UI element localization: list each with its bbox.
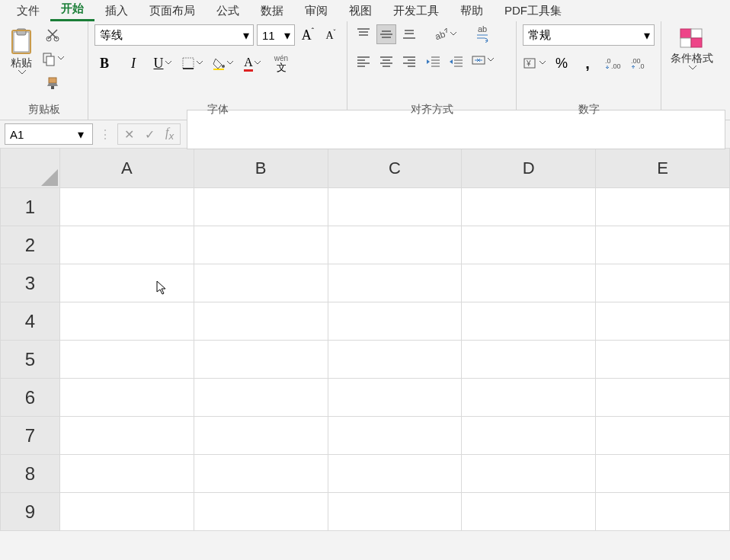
cell[interactable]	[596, 379, 730, 417]
cell[interactable]	[328, 379, 462, 417]
tab-layout[interactable]: 页面布局	[139, 1, 206, 21]
cell[interactable]	[596, 493, 730, 531]
align-center-button[interactable]	[376, 52, 396, 72]
tab-pdf[interactable]: PDF工具集	[494, 1, 572, 21]
row-header[interactable]: 5	[1, 341, 60, 379]
tab-data[interactable]: 数据	[250, 1, 294, 21]
cell[interactable]	[462, 302, 596, 341]
cell[interactable]	[59, 188, 194, 226]
cell[interactable]	[59, 302, 194, 341]
accounting-button[interactable]: ¥	[523, 53, 546, 73]
conditional-format-button[interactable]: 条件格式	[668, 24, 716, 73]
font-color-button[interactable]: A	[242, 53, 262, 73]
caret-down-icon[interactable]: ▾	[74, 127, 88, 142]
name-box[interactable]: ▾	[5, 123, 93, 145]
enter-formula-button[interactable]: ✓	[145, 127, 155, 142]
cell[interactable]	[596, 302, 730, 341]
copy-button[interactable]	[41, 49, 64, 69]
percent-button[interactable]: %	[552, 53, 572, 73]
col-header[interactable]: C	[328, 149, 462, 188]
comma-button[interactable]: ,	[578, 53, 597, 73]
orientation-button[interactable]: ab	[424, 24, 466, 44]
cell[interactable]	[328, 226, 462, 264]
underline-button[interactable]: U	[152, 53, 172, 73]
cell[interactable]	[596, 341, 730, 379]
row-header[interactable]: 9	[1, 493, 60, 531]
row-header[interactable]: 3	[1, 264, 60, 302]
cell[interactable]	[194, 302, 328, 341]
select-all-corner[interactable]	[1, 149, 60, 188]
cell[interactable]	[194, 455, 328, 493]
increase-indent-button[interactable]	[447, 52, 466, 72]
cancel-formula-button[interactable]: ✕	[124, 127, 134, 142]
increase-decimal-button[interactable]: .0.00	[604, 53, 623, 73]
paste-button[interactable]: 粘贴	[6, 24, 37, 78]
phonetic-button[interactable]: wén 文	[271, 53, 291, 73]
tab-insert[interactable]: 插入	[94, 1, 139, 21]
tab-help[interactable]: 帮助	[450, 1, 494, 21]
cell[interactable]	[328, 264, 462, 302]
cell[interactable]	[328, 341, 462, 379]
col-header[interactable]: A	[59, 149, 194, 188]
cell[interactable]	[462, 341, 596, 379]
cell[interactable]	[59, 493, 194, 531]
border-button[interactable]	[181, 53, 203, 73]
cell[interactable]	[596, 417, 730, 455]
cell[interactable]	[59, 417, 194, 455]
tab-file[interactable]: 文件	[6, 1, 50, 21]
align-right-button[interactable]	[399, 52, 419, 72]
row-header[interactable]: 1	[1, 188, 60, 226]
cell[interactable]	[462, 188, 596, 226]
shrink-font-button[interactable]: Aˇ	[321, 25, 341, 45]
cell[interactable]	[59, 226, 194, 264]
cell[interactable]	[59, 455, 194, 493]
col-header[interactable]: B	[194, 149, 328, 188]
align-left-button[interactable]	[354, 52, 373, 72]
row-header[interactable]: 4	[1, 302, 60, 341]
cell[interactable]	[194, 188, 328, 226]
cell[interactable]	[462, 264, 596, 302]
cell[interactable]	[194, 264, 328, 302]
tab-formulas[interactable]: 公式	[206, 1, 250, 21]
grow-font-button[interactable]: Aˆ	[298, 25, 318, 45]
font-name-combo[interactable]: 等线 ▾	[94, 24, 254, 46]
cell[interactable]	[59, 379, 194, 417]
col-header[interactable]: D	[462, 149, 596, 188]
cell[interactable]	[596, 264, 730, 302]
cell[interactable]	[328, 417, 462, 455]
italic-button[interactable]: I	[123, 53, 143, 73]
name-box-input[interactable]	[5, 128, 74, 141]
cell[interactable]	[462, 417, 596, 455]
align-middle-button[interactable]	[376, 24, 396, 44]
col-header[interactable]: E	[596, 149, 730, 188]
fill-color-button[interactable]	[212, 53, 233, 73]
row-header[interactable]: 6	[1, 379, 60, 417]
number-format-combo[interactable]: 常规 ▾	[523, 24, 655, 46]
cell[interactable]	[462, 493, 596, 531]
tab-dev[interactable]: 开发工具	[383, 1, 450, 21]
cell[interactable]	[59, 264, 194, 302]
cell[interactable]	[59, 341, 194, 379]
cell[interactable]	[328, 188, 462, 226]
cell[interactable]	[462, 226, 596, 264]
cell[interactable]	[328, 493, 462, 531]
cell[interactable]	[194, 226, 328, 264]
decrease-decimal-button[interactable]: .00.0	[629, 53, 649, 73]
bold-button[interactable]: B	[94, 53, 114, 73]
cell[interactable]	[328, 302, 462, 341]
row-header[interactable]: 7	[1, 417, 60, 455]
merge-button[interactable]	[471, 50, 494, 70]
align-bottom-button[interactable]	[399, 24, 419, 44]
tab-home[interactable]: 开始	[50, 0, 94, 21]
cut-button[interactable]	[41, 24, 64, 44]
decrease-indent-button[interactable]	[424, 52, 443, 72]
cell[interactable]	[462, 379, 596, 417]
cell[interactable]	[194, 341, 328, 379]
row-header[interactable]: 8	[1, 455, 60, 493]
cell[interactable]	[596, 226, 730, 264]
tab-review[interactable]: 审阅	[294, 1, 338, 21]
row-header[interactable]: 2	[1, 226, 60, 264]
tab-view[interactable]: 视图	[338, 1, 383, 21]
format-painter-button[interactable]	[41, 73, 64, 93]
cell[interactable]	[194, 417, 328, 455]
